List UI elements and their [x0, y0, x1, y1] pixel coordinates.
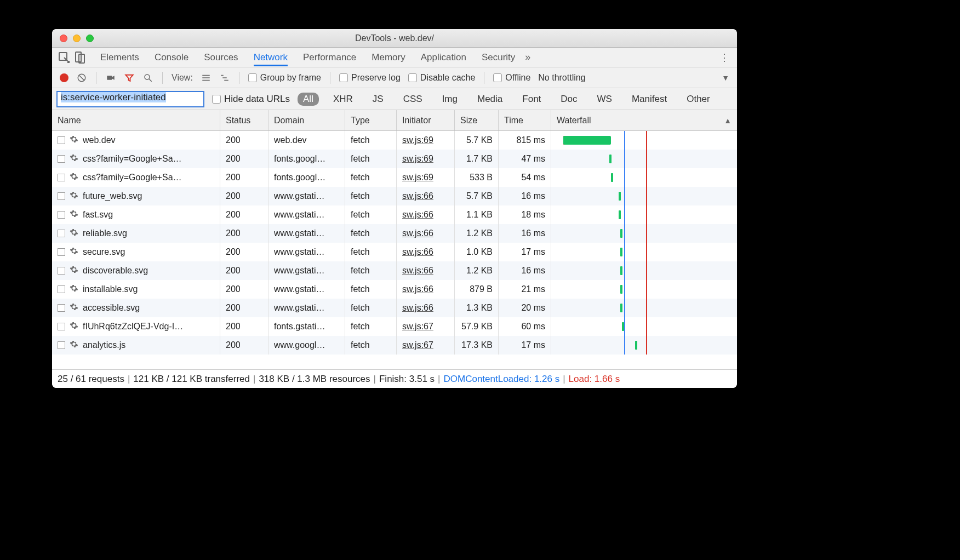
- throttling-select[interactable]: No throttling: [538, 73, 585, 83]
- col-initiator[interactable]: Initiator: [397, 110, 455, 130]
- table-row[interactable]: installable.svg200www.gstati…fetchsw.js:…: [52, 280, 737, 299]
- row-checkbox[interactable]: [58, 155, 65, 163]
- row-checkbox[interactable]: [58, 211, 65, 219]
- large-rows-icon[interactable]: [201, 72, 212, 83]
- inspect-icon[interactable]: [58, 51, 71, 64]
- gear-icon: [70, 191, 78, 202]
- table-row[interactable]: reliable.svg200www.gstati…fetchsw.js:661…: [52, 224, 737, 243]
- cell-initiator[interactable]: sw.js:66: [397, 280, 455, 299]
- tab-sources[interactable]: Sources: [204, 49, 238, 66]
- type-font[interactable]: Font: [517, 93, 546, 106]
- type-other[interactable]: Other: [681, 93, 716, 106]
- group-by-frame-checkbox[interactable]: Group by frame: [248, 73, 321, 83]
- tab-application[interactable]: Application: [421, 49, 466, 66]
- gear-icon: [70, 153, 78, 164]
- table-row[interactable]: web.dev200web.devfetchsw.js:695.7 KB815 …: [52, 131, 737, 150]
- table-row[interactable]: fast.svg200www.gstati…fetchsw.js:661.1 K…: [52, 205, 737, 224]
- hide-data-urls-checkbox[interactable]: Hide data URLs: [212, 94, 290, 105]
- col-name[interactable]: Name: [52, 110, 220, 130]
- type-all[interactable]: All: [298, 93, 319, 106]
- row-checkbox[interactable]: [58, 341, 65, 349]
- table-row[interactable]: fIUhRq6tzZclQEJ-Vdg-I…200fonts.gstati…fe…: [52, 317, 737, 336]
- row-checkbox[interactable]: [58, 323, 65, 330]
- cell-initiator[interactable]: sw.js:69: [397, 150, 455, 168]
- type-js[interactable]: JS: [367, 93, 389, 106]
- more-tabs-icon[interactable]: »: [525, 52, 530, 63]
- type-ws[interactable]: WS: [592, 93, 618, 106]
- table-header: Name Status Domain Type Initiator Size T…: [52, 110, 737, 131]
- table-row[interactable]: future_web.svg200www.gstati…fetchsw.js:6…: [52, 187, 737, 205]
- cell-type: fetch: [345, 317, 397, 336]
- cell-initiator[interactable]: sw.js:66: [397, 243, 455, 261]
- cell-type: fetch: [345, 187, 397, 205]
- row-checkbox[interactable]: [58, 230, 65, 237]
- cell-initiator[interactable]: sw.js:66: [397, 299, 455, 317]
- col-size[interactable]: Size: [455, 110, 499, 130]
- row-checkbox[interactable]: [58, 285, 65, 293]
- col-status[interactable]: Status: [220, 110, 268, 130]
- preserve-log-checkbox[interactable]: Preserve log: [339, 73, 401, 83]
- row-checkbox[interactable]: [58, 174, 65, 181]
- tab-performance[interactable]: Performance: [303, 49, 356, 66]
- cell-size: 1.0 KB: [455, 243, 499, 261]
- cell-time: 16 ms: [499, 261, 551, 280]
- cell-initiator[interactable]: sw.js:66: [397, 187, 455, 205]
- col-waterfall[interactable]: Waterfall▲: [551, 110, 737, 130]
- tab-security[interactable]: Security: [482, 49, 515, 66]
- clear-icon[interactable]: [76, 72, 87, 83]
- cell-initiator[interactable]: sw.js:66: [397, 224, 455, 243]
- disable-cache-checkbox[interactable]: Disable cache: [408, 73, 476, 83]
- cell-initiator[interactable]: sw.js:66: [397, 205, 455, 224]
- type-media[interactable]: Media: [472, 93, 508, 106]
- cell-initiator[interactable]: sw.js:66: [397, 261, 455, 280]
- type-manifest[interactable]: Manifest: [626, 93, 672, 106]
- tab-elements[interactable]: Elements: [100, 49, 139, 66]
- type-doc[interactable]: Doc: [555, 93, 582, 106]
- cell-time: 17 ms: [499, 243, 551, 261]
- row-checkbox[interactable]: [58, 267, 65, 275]
- cell-size: 1.7 KB: [455, 150, 499, 168]
- device-icon[interactable]: [73, 51, 86, 64]
- cell-initiator[interactable]: sw.js:67: [397, 317, 455, 336]
- filter-icon[interactable]: [124, 72, 135, 83]
- tab-console[interactable]: Console: [155, 49, 188, 66]
- type-xhr[interactable]: XHR: [328, 93, 358, 106]
- row-checkbox[interactable]: [58, 192, 65, 200]
- cell-status: 200: [220, 243, 268, 261]
- table-row[interactable]: css?family=Google+Sa…200fonts.googl…fetc…: [52, 150, 737, 168]
- kebab-icon[interactable]: ⋮: [719, 52, 729, 64]
- cell-time: 54 ms: [499, 168, 551, 187]
- col-domain[interactable]: Domain: [268, 110, 345, 130]
- col-time[interactable]: Time: [499, 110, 551, 130]
- cell-time: 60 ms: [499, 317, 551, 336]
- row-checkbox[interactable]: [58, 248, 65, 256]
- table-row[interactable]: css?family=Google+Sa…200fonts.googl…fetc…: [52, 168, 737, 187]
- cell-type: fetch: [345, 280, 397, 299]
- offline-checkbox[interactable]: Offline: [493, 73, 530, 83]
- filter-input[interactable]: is:service-worker-initiated: [56, 91, 204, 107]
- table-row[interactable]: discoverable.svg200www.gstati…fetchsw.js…: [52, 261, 737, 280]
- table-row[interactable]: analytics.js200www.googl…fetchsw.js:6717…: [52, 336, 737, 355]
- col-type[interactable]: Type: [345, 110, 397, 130]
- cell-initiator[interactable]: sw.js:69: [397, 131, 455, 150]
- chevron-down-icon[interactable]: ▼: [722, 73, 729, 82]
- camera-icon[interactable]: [105, 72, 116, 83]
- cell-waterfall: [551, 150, 737, 168]
- record-icon[interactable]: [60, 73, 68, 82]
- table-row[interactable]: secure.svg200www.gstati…fetchsw.js:661.0…: [52, 243, 737, 261]
- table-row[interactable]: accessible.svg200www.gstati…fetchsw.js:6…: [52, 299, 737, 317]
- type-css[interactable]: CSS: [398, 93, 428, 106]
- tab-network[interactable]: Network: [254, 49, 288, 66]
- waterfall-view-icon[interactable]: [219, 72, 230, 83]
- cell-initiator[interactable]: sw.js:67: [397, 336, 455, 355]
- row-checkbox[interactable]: [58, 136, 65, 144]
- resource-type-filters: AllXHRJSCSSImgMediaFontDocWSManifestOthe…: [298, 93, 716, 106]
- cell-size: 1.1 KB: [455, 205, 499, 224]
- status-load: Load: 1.66 s: [569, 374, 620, 385]
- tab-memory[interactable]: Memory: [372, 49, 405, 66]
- row-checkbox[interactable]: [58, 304, 65, 312]
- cell-initiator[interactable]: sw.js:69: [397, 168, 455, 187]
- search-icon[interactable]: [142, 72, 153, 83]
- gear-icon: [70, 284, 78, 295]
- type-img[interactable]: Img: [437, 93, 463, 106]
